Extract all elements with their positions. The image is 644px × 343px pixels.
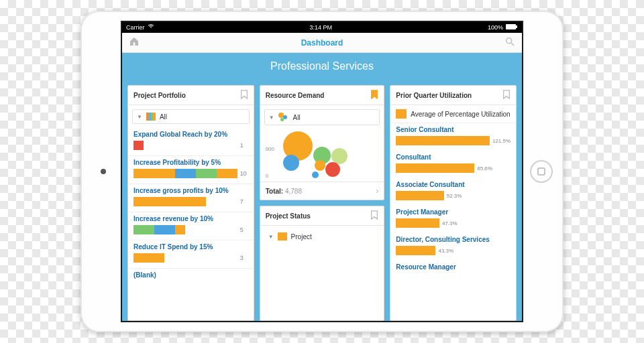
dashboard-columns: Project Portfolio ▼ All Expand Global Re… xyxy=(122,80,522,321)
portfolio-goal[interactable]: (Blank) xyxy=(128,268,254,296)
role-title: Resource Manager xyxy=(396,263,511,271)
total-label: Total: xyxy=(266,188,283,195)
card-utilization: Prior Quarter Utilization Average of Per… xyxy=(390,85,517,321)
utilization-role[interactable]: Senior Consultant 121.5% xyxy=(390,123,516,151)
portfolio-goal[interactable]: Increase Profitability by 5% 10 xyxy=(128,155,254,184)
card-title: Resource Demand xyxy=(266,92,325,99)
portfolio-filter[interactable]: ▼ All xyxy=(132,109,250,124)
ios-status-bar: Carrier 3:14 PM 100% xyxy=(122,22,522,33)
card-resource-demand: Resource Demand ▼ All xyxy=(260,85,385,200)
resource-bubble-chart[interactable]: 800 0 xyxy=(267,132,378,179)
svg-rect-0 xyxy=(506,24,516,29)
wifi-icon xyxy=(148,24,154,31)
role-title: Consultant xyxy=(396,153,511,161)
card-project-portfolio: Project Portfolio ▼ All Expand Global Re… xyxy=(127,85,254,321)
legend-swatch xyxy=(396,109,407,119)
goal-bar xyxy=(133,197,237,206)
role-bar xyxy=(396,191,443,200)
role-pct: 52.3% xyxy=(447,193,462,199)
goal-title: Expand Global Reach by 20% xyxy=(133,131,248,138)
portfolio-goal[interactable]: Increase revenue by 10% 5 xyxy=(128,212,254,240)
filter-label: All xyxy=(160,113,167,121)
resource-total-row[interactable]: Total: 4,788 › xyxy=(260,182,384,200)
utilization-legend: Average of Percentage Utilization xyxy=(390,105,516,123)
role-bar xyxy=(396,136,490,145)
portfolio-goal-list[interactable]: Expand Global Reach by 20% 1Increase Pro… xyxy=(128,128,254,320)
bookmark-icon[interactable] xyxy=(370,90,378,100)
chart-bubble[interactable] xyxy=(283,155,299,171)
ipad-frame: Carrier 3:14 PM 100% Dashboard xyxy=(80,11,564,332)
card-title: Project Status xyxy=(266,212,311,220)
battery-pct: 100% xyxy=(488,24,503,31)
role-pct: 121.5% xyxy=(492,138,511,144)
screen: Carrier 3:14 PM 100% Dashboard xyxy=(121,21,523,322)
role-pct: 85.6% xyxy=(477,165,492,172)
project-status-row[interactable]: ▼ Project xyxy=(264,230,380,243)
goal-bar xyxy=(133,253,237,263)
role-bar xyxy=(396,246,435,255)
bookmark-icon[interactable] xyxy=(370,210,378,221)
role-title: Senior Consultant xyxy=(396,126,511,133)
role-bar xyxy=(396,218,439,228)
utilization-role[interactable]: Resource Manager xyxy=(390,261,516,288)
utilization-role[interactable]: Consultant 85.6% xyxy=(390,151,516,178)
portfolio-goal[interactable]: Increase gross profits by 10% 7 xyxy=(128,184,254,212)
role-title: Director, Consulting Services xyxy=(396,236,511,243)
chevron-down-icon: ▼ xyxy=(269,115,274,121)
role-title: Associate Consultant xyxy=(396,181,511,188)
search-icon[interactable] xyxy=(504,36,515,50)
row-label: Project xyxy=(291,233,312,241)
bookmark-icon[interactable] xyxy=(240,90,248,100)
carrier-label: Carrier xyxy=(126,24,145,31)
page-title: Dashboard xyxy=(301,38,343,48)
goal-bar xyxy=(133,225,237,234)
chart-bubble[interactable] xyxy=(315,160,325,171)
y-tick: 800 xyxy=(266,146,274,152)
stacked-bar-icon xyxy=(146,113,156,121)
chevron-down-icon: ▼ xyxy=(137,114,142,120)
role-pct: 43.3% xyxy=(438,248,453,254)
goal-title: Increase Profitability by 5% xyxy=(133,159,248,166)
utilization-role[interactable]: Project Manager 47.3% xyxy=(390,206,516,233)
banner-title: Professional Services xyxy=(270,60,374,72)
battery-icon xyxy=(506,24,518,31)
legend-label: Average of Percentage Utilization xyxy=(411,111,510,118)
dashboard-banner: Professional Services xyxy=(122,53,522,80)
card-title: Project Portfolio xyxy=(133,92,186,99)
svg-point-2 xyxy=(506,38,512,43)
portfolio-goal[interactable]: Expand Global Reach by 20% 1 xyxy=(128,128,254,155)
home-button[interactable] xyxy=(530,160,553,183)
goal-value: 3 xyxy=(240,255,248,261)
role-pct: 47.3% xyxy=(442,220,458,226)
home-icon[interactable] xyxy=(129,36,140,50)
goal-title: Reduce IT Spend by 15% xyxy=(133,243,248,251)
chart-bubble[interactable] xyxy=(312,172,319,178)
portfolio-goal[interactable]: Reduce IT Spend by 15% 3 xyxy=(128,240,254,268)
chevron-right-icon: › xyxy=(376,186,378,196)
goal-bar xyxy=(133,141,237,150)
utilization-role-list[interactable]: Senior Consultant 121.5%Consultant 85.6%… xyxy=(390,123,516,320)
y-tick: 0 xyxy=(266,173,268,179)
bubble-chart-icon xyxy=(278,113,289,122)
front-camera xyxy=(101,169,106,174)
color-swatch xyxy=(278,232,287,241)
chevron-down-icon: ▼ xyxy=(268,234,274,240)
goal-title: Increase revenue by 10% xyxy=(133,215,248,222)
utilization-role[interactable]: Director, Consulting Services 43.3% xyxy=(390,233,516,261)
bookmark-icon[interactable] xyxy=(502,90,511,100)
goal-title: Increase gross profits by 10% xyxy=(133,187,248,194)
goal-title: (Blank) xyxy=(133,271,248,279)
card-title: Prior Quarter Utilization xyxy=(396,92,472,99)
resource-filter[interactable]: ▼ All xyxy=(264,109,380,125)
card-project-status: Project Status ▼ Project xyxy=(260,206,385,321)
role-bar xyxy=(396,163,474,173)
goal-value: 5 xyxy=(240,226,248,233)
chart-bubble[interactable] xyxy=(325,162,340,177)
svg-line-3 xyxy=(511,43,514,46)
utilization-role[interactable]: Associate Consultant 52.3% xyxy=(390,178,516,206)
nav-bar: Dashboard xyxy=(122,33,522,53)
goal-value: 7 xyxy=(240,198,248,205)
role-title: Project Manager xyxy=(396,208,511,216)
goal-bar xyxy=(133,169,237,178)
goal-value: 1 xyxy=(240,142,248,149)
